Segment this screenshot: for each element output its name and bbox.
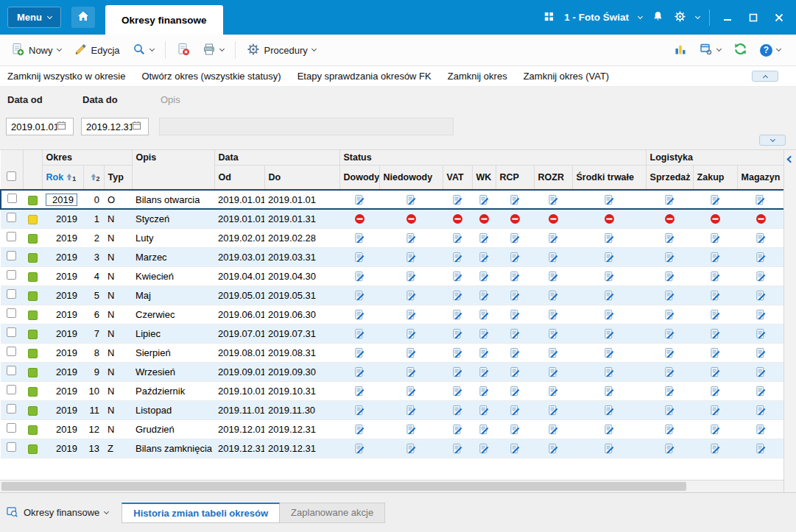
row-checkbox[interactable]: [7, 327, 16, 337]
edit-status-icon[interactable]: [710, 270, 721, 281]
cell-rozr[interactable]: [534, 305, 572, 324]
edit-button[interactable]: Edycja: [68, 39, 125, 62]
cell-vat[interactable]: [443, 285, 472, 305]
cell-rozr[interactable]: [534, 228, 572, 247]
cell-rok[interactable]: 2019: [42, 190, 83, 209]
row-select-cell[interactable]: [1, 209, 23, 228]
period-row[interactable]: 20190OBilans otwarcia2019.01.012019.01.0…: [1, 190, 783, 209]
cell-numer[interactable]: 2: [83, 228, 104, 247]
column-header-numer[interactable]: 2: [83, 165, 104, 190]
cell-typ[interactable]: N: [104, 362, 132, 381]
period-row[interactable]: 20195NMaj2019.05.012019.05.31: [1, 285, 783, 305]
cell-wk[interactable]: [472, 285, 496, 305]
edit-status-icon[interactable]: [452, 308, 463, 319]
settings-gear-icon[interactable]: [674, 10, 686, 25]
cell-zakup[interactable]: [693, 228, 737, 247]
cell-rok[interactable]: 2019: [42, 209, 83, 228]
edit-status-icon[interactable]: [406, 232, 417, 243]
cell-rcp[interactable]: [496, 190, 534, 209]
edit-status-icon[interactable]: [710, 404, 721, 415]
edit-status-icon[interactable]: [755, 194, 766, 205]
blocked-status-icon[interactable]: [479, 213, 490, 224]
edit-status-icon[interactable]: [510, 404, 521, 415]
edit-status-icon[interactable]: [479, 251, 490, 262]
quick-action-zamknij-wszystko[interactable]: Zamknij wszystko w okresie: [7, 71, 125, 82]
cell-opis[interactable]: Październik: [132, 381, 214, 400]
cell-rozr[interactable]: [534, 190, 572, 209]
cell-niedowody[interactable]: [379, 209, 443, 228]
cell-opis[interactable]: Lipiec: [132, 324, 214, 343]
cell-zakup[interactable]: [693, 209, 737, 228]
settings-dropdown-icon[interactable]: [695, 13, 700, 18]
cell-numer[interactable]: 10: [83, 381, 104, 400]
cell-vat[interactable]: [443, 228, 472, 247]
cell-wk[interactable]: [472, 266, 496, 285]
edit-status-icon[interactable]: [548, 251, 559, 262]
cell-dowody[interactable]: [339, 190, 379, 209]
cell-rok[interactable]: 2019: [42, 381, 83, 400]
edit-status-icon[interactable]: [664, 423, 675, 434]
cell-rcp[interactable]: [496, 285, 534, 305]
edit-status-icon[interactable]: [756, 232, 767, 243]
edit-status-icon[interactable]: [756, 347, 767, 358]
cell-numer[interactable]: 12: [83, 419, 104, 439]
period-row[interactable]: 20193NMarzec2019.03.012019.03.31: [1, 247, 783, 266]
edit-status-icon[interactable]: [406, 251, 417, 262]
cell-rok[interactable]: 2019: [42, 228, 83, 247]
cell-numer[interactable]: 0: [83, 190, 104, 209]
cell-od[interactable]: 2019.12.01: [214, 419, 264, 439]
side-panel-collapsed[interactable]: [783, 150, 796, 492]
cell-dowody[interactable]: [339, 362, 379, 381]
cell-od[interactable]: 2019.12.31: [214, 439, 264, 458]
cell-vat[interactable]: [443, 324, 472, 343]
edit-status-icon[interactable]: [479, 404, 490, 415]
cell-dowody[interactable]: [339, 343, 379, 362]
sort-ascending-1-icon[interactable]: 1: [66, 172, 76, 182]
cell-srodki-trwale[interactable]: [572, 381, 646, 400]
edit-status-icon[interactable]: [479, 423, 490, 434]
column-header-zakup[interactable]: Zakup: [693, 165, 737, 190]
cell-od[interactable]: 2019.06.01: [214, 305, 264, 324]
edit-status-icon[interactable]: [479, 232, 490, 243]
cell-do[interactable]: 2019.09.30: [264, 362, 339, 381]
cell-od[interactable]: 2019.01.01: [214, 209, 264, 228]
cell-sprzedaz[interactable]: [646, 439, 693, 458]
cell-vat[interactable]: [443, 247, 472, 266]
edit-status-icon[interactable]: [548, 232, 559, 243]
cell-rcp[interactable]: [496, 419, 534, 439]
blocked-status-icon[interactable]: [756, 213, 767, 224]
edit-status-icon[interactable]: [604, 385, 615, 396]
edit-status-icon[interactable]: [452, 194, 463, 205]
row-select-cell[interactable]: [1, 324, 23, 343]
column-header-srodki-trwale[interactable]: Środki trwałe: [572, 165, 646, 190]
procedures-button[interactable]: Procedury: [242, 39, 321, 62]
cell-zakup[interactable]: [693, 190, 737, 209]
edit-status-icon[interactable]: [664, 232, 675, 243]
calendar-icon[interactable]: [57, 121, 66, 132]
cell-rcp[interactable]: [496, 209, 534, 228]
apps-grid-icon[interactable]: [543, 11, 554, 24]
period-row[interactable]: 20199NWrzesień2019.09.012019.09.30: [1, 362, 783, 381]
cell-od[interactable]: 2019.03.01: [214, 247, 264, 266]
cell-vat[interactable]: [443, 419, 472, 439]
row-checkbox[interactable]: [7, 308, 16, 318]
cell-opis[interactable]: Listopad: [132, 400, 214, 419]
edit-status-icon[interactable]: [406, 404, 417, 415]
edit-status-icon[interactable]: [710, 251, 721, 262]
analysis-chart-icon[interactable]: [674, 43, 687, 58]
row-checkbox[interactable]: [7, 251, 16, 260]
edit-status-icon[interactable]: [604, 289, 615, 300]
edit-status-icon[interactable]: [756, 423, 767, 434]
blocked-status-icon[interactable]: [354, 213, 365, 224]
cell-rcp[interactable]: [496, 362, 534, 381]
edit-status-icon[interactable]: [479, 442, 490, 453]
cell-rok[interactable]: 2019: [42, 343, 83, 362]
edit-status-icon[interactable]: [479, 270, 490, 281]
row-checkbox[interactable]: [7, 289, 16, 299]
edit-status-icon[interactable]: [510, 366, 521, 377]
edit-status-icon[interactable]: [510, 289, 521, 300]
period-row[interactable]: 20191NStyczeń2019.01.012019.01.31: [1, 209, 783, 228]
tab-okresy-finansowe[interactable]: Okresy finansowe: [105, 5, 223, 35]
edit-status-icon[interactable]: [510, 308, 521, 319]
cell-zakup[interactable]: [693, 439, 737, 458]
